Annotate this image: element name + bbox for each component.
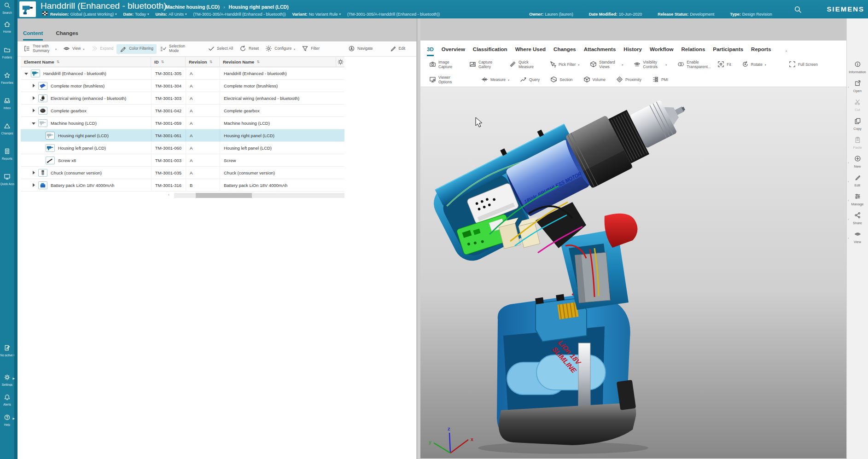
- command-new[interactable]: ‹ New: [847, 155, 868, 174]
- table-row[interactable]: Battery pack LiOn 18V 4000mAh TM-3001-31…: [21, 179, 344, 192]
- image-capture-button[interactable]: Image Capture: [426, 59, 462, 70]
- edit-button[interactable]: Edit: [386, 44, 409, 54]
- expander-closed-icon[interactable]: [31, 84, 36, 87]
- filter-button[interactable]: Filter: [298, 44, 323, 54]
- column-header-element-name[interactable]: Element Name⇅: [21, 57, 151, 67]
- column-header-id[interactable]: ID⇅: [151, 57, 186, 67]
- sidebar-item-help[interactable]: Help ▶: [0, 414, 14, 426]
- tab-participants[interactable]: Participants: [713, 46, 743, 56]
- column-header-revision-name[interactable]: Revision Name⇅: [220, 57, 336, 67]
- table-row[interactable]: Housing right panel (LCD) TM-3001-061 A …: [21, 129, 344, 142]
- viewer-options-button[interactable]: Viewer Options: [426, 75, 462, 86]
- command-open[interactable]: ‹ Open: [847, 80, 868, 99]
- tab-attachments[interactable]: Attachments: [584, 46, 616, 56]
- sort-icon[interactable]: ⇅: [210, 60, 213, 64]
- color-filtering-button[interactable]: Color Filtering: [117, 44, 157, 54]
- proximity-button[interactable]: Proximity: [613, 75, 645, 85]
- header-meta-variant[interactable]: Variant:No Variant Rule▾: [292, 12, 341, 17]
- sidebar-item-no-active-change[interactable]: No active Change: [0, 344, 14, 357]
- sort-icon[interactable]: ⇅: [56, 60, 59, 64]
- measure-button[interactable]: Measure ▾: [478, 75, 513, 85]
- view-eye-icon: [854, 231, 861, 239]
- element-revision: A: [186, 167, 220, 179]
- pick-filter-button[interactable]: Pick Filter ▾: [546, 60, 583, 70]
- reset-button[interactable]: Reset: [236, 44, 262, 54]
- sidebar-item-favorites[interactable]: Favorites: [0, 72, 14, 84]
- breadcrumb-item[interactable]: Housing right panel (LCD): [229, 4, 289, 10]
- command-copy[interactable]: Copy: [847, 117, 868, 136]
- column-header-revision[interactable]: Revision⇅: [186, 57, 220, 67]
- table-row[interactable]: Electrical wiring (enhanced - bluetooth)…: [21, 92, 344, 105]
- expander-open-icon[interactable]: [31, 122, 36, 125]
- expander-open-icon[interactable]: [23, 72, 29, 75]
- expander-closed-icon[interactable]: [31, 109, 36, 112]
- command-edit[interactable]: ‹ Edit: [847, 174, 868, 193]
- quick-measure-button[interactable]: Quick Measure: [506, 59, 542, 70]
- table-row[interactable]: Machine housing (LCD) TM-3001-059 A Mach…: [21, 117, 344, 129]
- sidebar-item-inbox[interactable]: Inbox: [0, 97, 14, 110]
- tab-history[interactable]: History: [623, 46, 642, 56]
- sidebar-item-changes[interactable]: Changes: [0, 122, 14, 135]
- rotate-button[interactable]: Rotate ▾: [739, 60, 769, 70]
- sort-icon[interactable]: ⇅: [161, 60, 164, 64]
- view-button[interactable]: View ▾: [60, 44, 87, 54]
- table-row[interactable]: Complete gearbox TM-3001-042 A Complete …: [21, 105, 344, 117]
- visibility-controls-button[interactable]: Visibility Controls ▾: [630, 59, 670, 70]
- capture-gallery-button[interactable]: Capture Gallery: [466, 59, 502, 70]
- search-icon[interactable]: [792, 4, 803, 14]
- navigate-button[interactable]: Navigate: [345, 44, 376, 54]
- command-share[interactable]: ‹ Share: [847, 212, 868, 231]
- table-row[interactable]: Housing left panel (LCD) TM-3001-060 A H…: [21, 142, 344, 154]
- viewer-3d-canvas[interactable]: LiOn 18V SLIMLINE: [420, 87, 846, 459]
- tab-workflow[interactable]: Workflow: [650, 46, 674, 56]
- table-row[interactable]: Handdrill (Enhanced - bluetooth) TM-3001…: [21, 67, 344, 80]
- header-meta-units[interactable]: Units:All Units▾: [155, 12, 186, 17]
- sidebar-item-search[interactable]: Search: [0, 2, 14, 14]
- panel-splitter[interactable]: [417, 18, 420, 459]
- tab-content[interactable]: Content: [23, 30, 43, 41]
- tab-reports[interactable]: Reports: [751, 46, 771, 56]
- query-button[interactable]: Query: [517, 75, 543, 85]
- tree-with-summary-button[interactable]: Tree with Summary ▾: [20, 43, 60, 54]
- enable-transparent-button[interactable]: Enable Transparent...: [674, 59, 710, 70]
- standard-views-button[interactable]: Standard Views ▾: [587, 59, 626, 70]
- volume-button[interactable]: Volume: [580, 75, 609, 85]
- sidebar-item-alerts[interactable]: Alerts: [0, 394, 14, 406]
- fit-button[interactable]: Fit: [714, 60, 734, 70]
- expander-closed-icon[interactable]: [31, 183, 36, 187]
- command-information[interactable]: Information: [847, 61, 868, 80]
- breadcrumb-item[interactable]: Machine housing (LCD): [166, 4, 220, 10]
- tabs-overflow-chevron-icon[interactable]: ›: [786, 48, 787, 56]
- sidebar-item-reports[interactable]: Reports: [0, 148, 14, 160]
- table-row[interactable]: Screw x8 TM-3001-003 A Screw: [21, 154, 344, 167]
- section-button[interactable]: Section: [547, 75, 576, 85]
- sidebar-item-folders[interactable]: Folders: [0, 46, 14, 59]
- command-view[interactable]: ‹ View: [847, 231, 868, 250]
- table-row[interactable]: Chuck (consumer version) TM-3001-035 A C…: [21, 167, 344, 179]
- tab-changes[interactable]: Changes: [56, 30, 78, 41]
- full-screen-button[interactable]: Full Screen: [786, 60, 821, 70]
- expander-closed-icon[interactable]: [31, 96, 36, 100]
- tab-classification[interactable]: Classification: [473, 46, 507, 56]
- sidebar-item-settings[interactable]: Settings ▶: [0, 374, 14, 386]
- sidebar-item-quick-access[interactable]: Quick Access: [0, 173, 14, 186]
- header-meta-date[interactable]: Date:Today▾: [123, 12, 149, 17]
- pmi-button[interactable]: PMI: [649, 75, 671, 85]
- scrollbar-thumb[interactable]: [196, 193, 252, 198]
- expander-closed-icon[interactable]: [31, 171, 36, 174]
- command-manage[interactable]: ‹ Manage: [847, 193, 868, 212]
- scroll-left-icon[interactable]: ‹: [168, 192, 169, 197]
- header-meta-revision[interactable]: Revision:Global (Latest Working)▾: [50, 12, 117, 17]
- configure-button[interactable]: Configure ▾: [262, 44, 298, 54]
- tab-relations[interactable]: Relations: [682, 46, 705, 56]
- selection-mode-button[interactable]: Selection Mode: [157, 43, 192, 54]
- tab-overview[interactable]: Overview: [442, 46, 465, 56]
- sidebar-item-home[interactable]: Home: [0, 21, 14, 33]
- tab-3d[interactable]: 3D: [427, 46, 434, 56]
- tab-changes[interactable]: Changes: [553, 46, 576, 56]
- table-row[interactable]: Complete motor (brushless) TM-3001-304 A…: [21, 80, 344, 92]
- sort-icon[interactable]: ⇅: [256, 60, 260, 64]
- column-settings-gear-icon[interactable]: [336, 57, 344, 67]
- select-all-button[interactable]: Select All: [204, 44, 236, 54]
- tab-where-used[interactable]: Where Used: [515, 46, 546, 56]
